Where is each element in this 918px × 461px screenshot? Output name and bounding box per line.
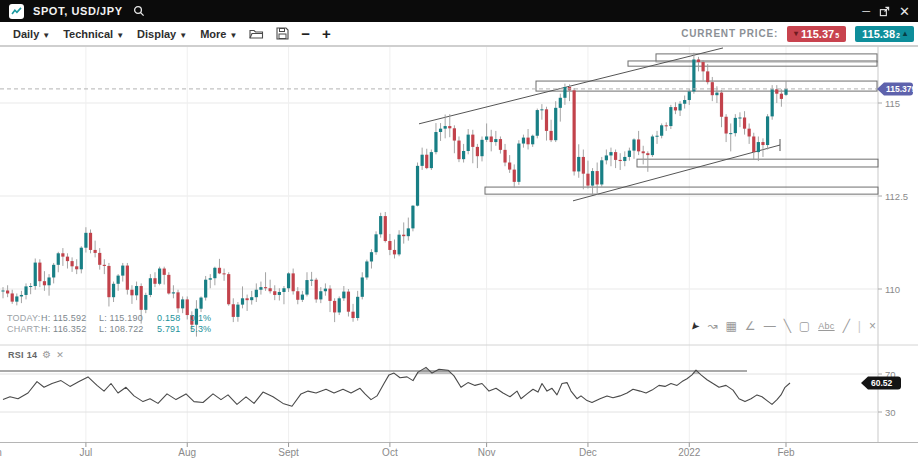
candle bbox=[126, 266, 129, 290]
candle bbox=[273, 291, 276, 295]
y-axis-tick-label: 115 bbox=[885, 98, 900, 109]
candle bbox=[508, 163, 511, 170]
candle bbox=[292, 273, 295, 291]
popout-icon[interactable] bbox=[879, 6, 890, 17]
minimize-button[interactable]: ─ bbox=[862, 6, 870, 17]
price-zone-box[interactable] bbox=[637, 159, 878, 167]
ask-price-badge[interactable]: 115.382 ▴ bbox=[855, 26, 914, 42]
candle bbox=[536, 110, 539, 136]
candle bbox=[278, 292, 281, 295]
candle bbox=[674, 107, 677, 110]
candle bbox=[540, 109, 543, 110]
rsi-title: RSI 14 bbox=[8, 350, 37, 360]
arrow-down-icon: ▾ bbox=[794, 30, 798, 38]
toolbar-divider: | bbox=[858, 320, 861, 332]
candle bbox=[20, 295, 23, 296]
x-axis-label: Feb bbox=[777, 447, 794, 458]
rectangle-tool-icon[interactable]: ▢ bbox=[799, 320, 810, 332]
candle bbox=[637, 139, 640, 151]
price-zone-box[interactable] bbox=[628, 61, 877, 66]
candle bbox=[425, 155, 428, 168]
candle bbox=[614, 152, 617, 160]
candle bbox=[775, 89, 778, 93]
zoom-out-button[interactable]: − bbox=[301, 26, 310, 41]
candle bbox=[752, 136, 755, 152]
line-tool-icon[interactable]: ╱ bbox=[843, 320, 850, 332]
save-icon[interactable] bbox=[276, 27, 289, 40]
today-stats-row: TODAY:H: 115.592L: 115.1900.1580.1% bbox=[7, 313, 218, 324]
drawn-price-zones[interactable] bbox=[485, 54, 878, 194]
candle bbox=[416, 166, 419, 206]
text-tool-icon[interactable]: Abc bbox=[818, 322, 834, 331]
menu-technical[interactable]: Technical▼ bbox=[63, 28, 124, 40]
candle bbox=[121, 266, 124, 276]
x-axis-label: Nov bbox=[478, 447, 496, 458]
candle bbox=[757, 142, 760, 152]
candle bbox=[70, 261, 73, 266]
candle bbox=[213, 268, 216, 278]
candle bbox=[393, 250, 396, 254]
candle bbox=[176, 292, 179, 308]
candle bbox=[370, 252, 373, 261]
candle bbox=[550, 131, 553, 140]
candle bbox=[761, 142, 764, 145]
candle bbox=[264, 287, 267, 288]
menu-more[interactable]: More▼ bbox=[200, 28, 237, 40]
chevron-down-icon: ▼ bbox=[229, 31, 237, 40]
candle bbox=[61, 253, 64, 256]
candle bbox=[153, 278, 156, 284]
price-zone-box[interactable] bbox=[536, 81, 877, 91]
candle bbox=[471, 135, 474, 147]
candle bbox=[365, 261, 368, 277]
y-axis-tick-label: 112.5 bbox=[885, 191, 908, 202]
candle bbox=[379, 216, 382, 234]
candle bbox=[600, 160, 603, 184]
candle bbox=[361, 277, 364, 296]
pointer-tool-icon[interactable]: ➤ bbox=[688, 319, 702, 333]
curved-arrow-tool-icon[interactable]: ↝ bbox=[707, 320, 717, 332]
candle bbox=[140, 286, 143, 310]
search-icon[interactable] bbox=[133, 5, 145, 17]
candle bbox=[204, 280, 207, 298]
candle bbox=[522, 138, 525, 144]
gear-icon[interactable]: ⚙ bbox=[42, 350, 51, 360]
candle bbox=[411, 206, 414, 229]
candle bbox=[784, 89, 787, 95]
chart-area[interactable]: 115.379115112.5110703060.52 bbox=[0, 46, 918, 447]
price-and-rsi-chart: 115.379115112.5110703060.52 bbox=[0, 46, 918, 447]
open-folder-icon[interactable] bbox=[249, 27, 264, 40]
x-axis-label: Jul bbox=[79, 447, 92, 458]
bid-price-badge[interactable]: ▾ 115.375 bbox=[787, 26, 846, 42]
candle bbox=[526, 138, 529, 145]
candle bbox=[462, 151, 465, 159]
title-bar: SPOT, USD/JPY ─ ✕ bbox=[0, 0, 918, 22]
candle bbox=[720, 93, 723, 117]
candle bbox=[269, 288, 272, 291]
delete-tool-icon[interactable]: × bbox=[869, 320, 876, 332]
candle bbox=[351, 312, 354, 318]
horizontal-line-tool-icon[interactable]: — bbox=[764, 320, 776, 332]
price-stats: TODAY:H: 115.592L: 115.1900.1580.1% CHAR… bbox=[7, 313, 218, 335]
price-zone-box[interactable] bbox=[485, 187, 878, 194]
menu-daily[interactable]: Daily▼ bbox=[13, 28, 50, 40]
candle bbox=[743, 118, 746, 129]
close-icon[interactable]: ✕ bbox=[56, 351, 64, 360]
close-button[interactable]: ✕ bbox=[899, 5, 910, 18]
menu-display[interactable]: Display▼ bbox=[137, 28, 187, 40]
candle bbox=[485, 136, 488, 139]
grid-tool-icon[interactable]: ▦ bbox=[726, 320, 737, 332]
candle bbox=[642, 151, 645, 153]
candle bbox=[453, 128, 456, 140]
trend-line-tool-icon[interactable]: ╲ bbox=[784, 320, 791, 332]
rsi-indicator-header: RSI 14 ⚙ ✕ bbox=[8, 350, 64, 360]
candle bbox=[338, 298, 341, 312]
candle bbox=[232, 304, 235, 317]
candle bbox=[296, 291, 299, 300]
fan-lines-tool-icon[interactable]: ∠ bbox=[745, 320, 756, 332]
candle bbox=[167, 275, 170, 294]
candle bbox=[255, 290, 258, 297]
candle bbox=[6, 290, 9, 293]
zoom-in-button[interactable]: + bbox=[322, 26, 331, 41]
candle bbox=[738, 118, 741, 119]
chart-window: SPOT, USD/JPY ─ ✕ Daily▼ Technical▼ Disp… bbox=[0, 0, 918, 461]
